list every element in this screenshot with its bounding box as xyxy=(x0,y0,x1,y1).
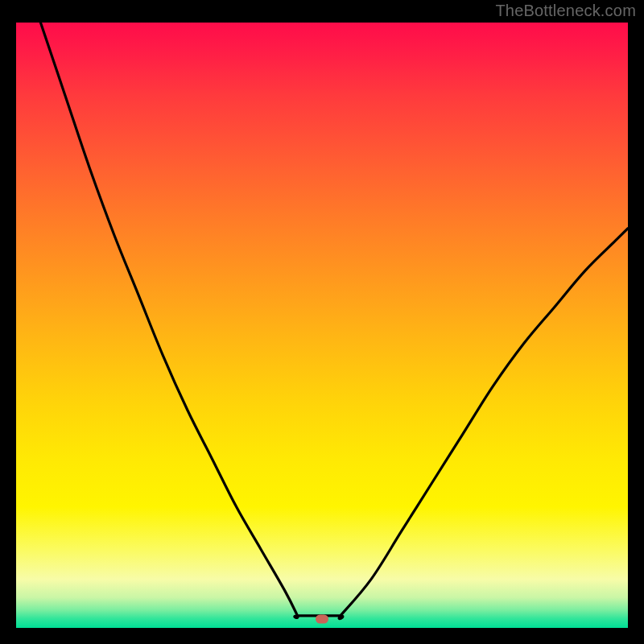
bottleneck-curve xyxy=(16,23,628,628)
chart-frame: TheBottleneck.com xyxy=(0,0,644,644)
watermark-text: TheBottleneck.com xyxy=(495,2,636,20)
optimal-point-marker xyxy=(316,614,328,623)
plot-area xyxy=(16,23,628,628)
